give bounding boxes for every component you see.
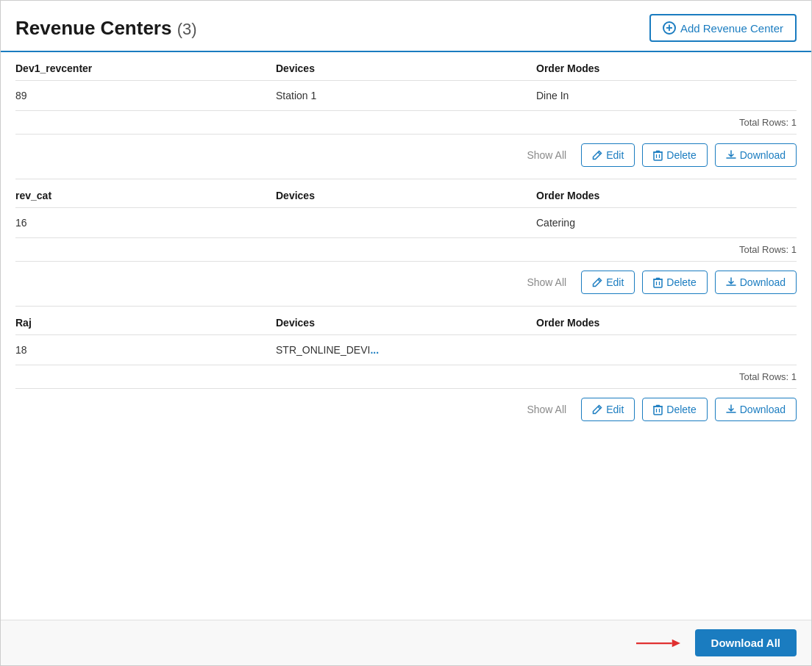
section-dev1-revcenter: Dev1_revcenter Devices Order Modes 89 St… <box>15 52 797 179</box>
edit-icon-raj <box>592 404 602 415</box>
delete-icon-dev1 <box>653 150 663 161</box>
table-rev-cat: rev_cat Devices Order Modes 16 Catering … <box>15 179 797 306</box>
download-label-dev1: Download <box>740 149 786 161</box>
total-rows-dev1: Total Rows: 1 <box>15 111 797 135</box>
delete-icon-rev-cat <box>653 277 663 288</box>
plus-icon: + <box>663 21 676 35</box>
col-name-raj: Raj <box>15 317 276 329</box>
table-row: 89 Station 1 Dine In <box>15 81 797 111</box>
add-button-label: Add Revenue Center <box>680 22 783 35</box>
svg-rect-2 <box>654 407 662 415</box>
table-row: 16 Catering <box>15 208 797 238</box>
download-button-raj[interactable]: Download <box>715 398 797 421</box>
download-icon-raj <box>726 404 736 415</box>
download-button-dev1[interactable]: Download <box>715 143 797 167</box>
download-all-label: Download All <box>711 637 780 649</box>
col-order-modes-dev1: Order Modes <box>536 62 797 74</box>
title-text: Revenue Centers <box>15 17 171 39</box>
delete-button-dev1[interactable]: Delete <box>642 143 707 167</box>
show-all-button-raj[interactable]: Show All <box>519 399 574 420</box>
delete-button-raj[interactable]: Delete <box>642 398 707 421</box>
col-order-modes-rev-cat: Order Modes <box>536 190 797 201</box>
page-header: Revenue Centers (3) + Add Revenue Center <box>1 1 811 52</box>
total-rows-rev-cat: Total Rows: 1 <box>15 238 797 262</box>
actions-row-raj: Show All Edit <box>15 389 797 433</box>
edit-button-dev1[interactable]: Edit <box>581 143 635 167</box>
svg-marker-4 <box>672 639 680 647</box>
page-title: Revenue Centers (3) <box>15 17 197 40</box>
section-raj: Raj Devices Order Modes 18 STR_ONLINE_DE… <box>15 307 797 433</box>
table-row: 18 STR_ONLINE_DEVI... <box>15 335 797 365</box>
col-devices-raj: Devices <box>276 317 536 329</box>
edit-button-rev-cat[interactable]: Edit <box>581 271 635 294</box>
arrow-indicator <box>636 634 680 652</box>
page-container: Revenue Centers (3) + Add Revenue Center… <box>0 0 812 666</box>
show-all-button-dev1[interactable]: Show All <box>519 145 574 165</box>
ellipsis-icon-raj: ... <box>370 344 379 356</box>
download-all-button[interactable]: Download All <box>695 629 797 656</box>
delete-icon-raj <box>653 404 663 415</box>
download-icon-dev1 <box>726 150 736 160</box>
cell-order-mode-dev1: Dine In <box>536 90 797 101</box>
cell-id-raj: 18 <box>15 344 276 356</box>
col-devices-rev-cat: Devices <box>276 190 536 201</box>
show-all-label-rev-cat: Show All <box>527 276 566 288</box>
cell-id-rev-cat: 16 <box>15 217 276 229</box>
show-all-button-rev-cat[interactable]: Show All <box>519 272 574 293</box>
edit-label-raj: Edit <box>606 404 624 415</box>
bottom-bar: Download All <box>1 620 811 665</box>
section-rev-cat: rev_cat Devices Order Modes 16 Catering … <box>15 179 797 306</box>
cell-order-mode-rev-cat: Catering <box>536 217 797 229</box>
download-label-rev-cat: Download <box>740 276 786 288</box>
cell-device-raj: STR_ONLINE_DEVI... <box>276 344 536 356</box>
edit-icon-dev1 <box>592 150 602 160</box>
actions-row-dev1: Show All Edit <box>15 135 797 179</box>
cell-device-raj-text: STR_ONLINE_DEVI <box>276 344 370 356</box>
delete-label-rev-cat: Delete <box>666 276 696 288</box>
cell-device-dev1: Station 1 <box>276 90 536 101</box>
table-header-dev1: Dev1_revcenter Devices Order Modes <box>15 52 797 81</box>
edit-icon-rev-cat <box>592 277 602 287</box>
download-icon-rev-cat <box>726 277 736 287</box>
table-dev1: Dev1_revcenter Devices Order Modes 89 St… <box>15 52 797 179</box>
col-name-rev-cat: rev_cat <box>15 190 276 201</box>
download-label-raj: Download <box>740 404 786 415</box>
edit-button-raj[interactable]: Edit <box>581 398 635 421</box>
col-order-modes-raj: Order Modes <box>536 317 797 329</box>
edit-label-dev1: Edit <box>606 149 624 161</box>
cell-id-dev1: 89 <box>15 90 276 101</box>
title-count: (3) <box>177 20 197 38</box>
red-arrow-icon <box>636 634 680 652</box>
table-raj: Raj Devices Order Modes 18 STR_ONLINE_DE… <box>15 307 797 433</box>
cell-order-mode-raj <box>536 344 797 356</box>
total-rows-raj: Total Rows: 1 <box>15 365 797 389</box>
show-all-label-raj: Show All <box>527 404 566 415</box>
main-content: Dev1_revcenter Devices Order Modes 89 St… <box>1 52 811 620</box>
actions-row-rev-cat: Show All Edit <box>15 262 797 306</box>
svg-rect-0 <box>654 152 662 160</box>
delete-label-raj: Delete <box>666 404 696 415</box>
table-header-rev-cat: rev_cat Devices Order Modes <box>15 179 797 208</box>
cell-device-rev-cat <box>276 217 536 229</box>
delete-label-dev1: Delete <box>666 149 696 161</box>
total-rows-label-rev-cat: Total Rows: 1 <box>739 244 797 255</box>
col-name-dev1: Dev1_revcenter <box>15 62 276 74</box>
download-button-rev-cat[interactable]: Download <box>715 271 797 294</box>
total-rows-label-dev1: Total Rows: 1 <box>739 117 797 128</box>
delete-button-rev-cat[interactable]: Delete <box>642 271 707 294</box>
edit-label-rev-cat: Edit <box>606 276 624 288</box>
add-revenue-center-button[interactable]: + Add Revenue Center <box>649 14 797 42</box>
table-header-raj: Raj Devices Order Modes <box>15 307 797 335</box>
total-rows-label-raj: Total Rows: 1 <box>739 371 797 382</box>
show-all-label-dev1: Show All <box>527 149 566 161</box>
svg-rect-1 <box>654 279 662 287</box>
col-devices-dev1: Devices <box>276 62 536 74</box>
